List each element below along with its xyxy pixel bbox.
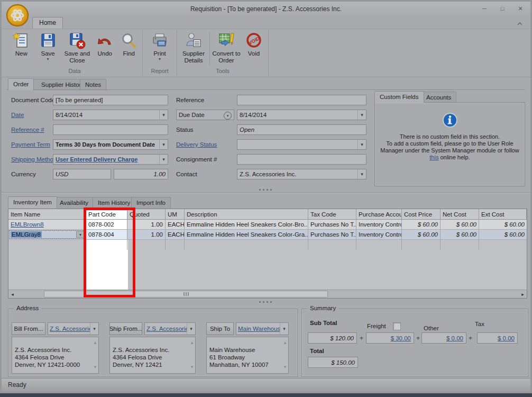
ext-cost-cell[interactable]: $ 60.00 <box>479 220 527 230</box>
other-field[interactable]: $ 0.00 <box>421 332 466 344</box>
tab-import-info[interactable]: Import Info <box>131 197 171 209</box>
payment-term-field[interactable]: Terms 30 Days from Document Date ▾ <box>53 139 168 150</box>
tab-home[interactable]: Home <box>32 17 63 29</box>
description-cell[interactable]: Emmaline Hidden Heel Sneakers Color-Gra.… <box>185 230 308 240</box>
quoted-cell[interactable]: 1.00 <box>127 230 166 240</box>
currency-code-field[interactable]: USD <box>53 169 111 179</box>
net-cost-cell[interactable]: $ 60.00 <box>441 220 479 230</box>
due-date-button[interactable]: Due Date ▾ <box>176 110 234 120</box>
tax-code-cell[interactable]: Purchases No T... <box>308 230 356 240</box>
contact-field[interactable]: Z.S. Accessories Inc. ▾ <box>237 169 366 179</box>
quoted-cell[interactable]: 1.00 <box>127 220 166 230</box>
currency-rate-field[interactable]: 1.00 <box>114 169 168 179</box>
scrollbar-thumb[interactable] <box>44 291 328 297</box>
column-header-purchase-account[interactable]: Purchase Account <box>356 209 402 220</box>
chevron-down-icon[interactable]: ▾ <box>187 323 195 335</box>
reference-field[interactable] <box>237 95 366 105</box>
freight-checkbox[interactable] <box>393 322 401 330</box>
item-name-editor[interactable]: EMLGray8 ▾ <box>9 230 86 239</box>
tab-item-history[interactable]: Item History <box>93 197 135 209</box>
chevron-down-icon[interactable]: ▾ <box>357 169 366 179</box>
circled-chevron-down-icon[interactable]: ▾ <box>224 112 232 120</box>
tab-order[interactable]: Order <box>8 78 34 90</box>
minimize-button[interactable]: ─ <box>480 4 489 13</box>
due-date-field[interactable]: 8/14/2014 ▾ <box>237 110 366 120</box>
column-header-um[interactable]: UM <box>166 209 185 220</box>
supplier-details-button[interactable]: Supplier Details <box>178 30 209 67</box>
tax-code-cell[interactable]: Purchases No T... <box>308 220 356 230</box>
save-button[interactable]: Save ▾ <box>34 30 61 67</box>
undo-button[interactable]: Undo <box>93 30 117 67</box>
tax-field[interactable]: $ 0.00 <box>477 332 518 344</box>
ship-from-button[interactable]: Ship From... <box>109 322 142 335</box>
tab-custom-fields[interactable]: Custom Fields <box>374 91 424 103</box>
column-header-item-name[interactable]: Item Name <box>8 209 86 220</box>
column-header-part-code[interactable]: Part Code <box>86 209 127 220</box>
save-and-close-button[interactable]: Save and Close <box>61 30 93 67</box>
convert-to-order-button[interactable]: Convert to Order <box>210 30 242 67</box>
item-name-cell-editing[interactable]: EMLGray8 ▾ <box>8 230 86 240</box>
ship-from-address[interactable]: Z.S. Accessories Inc. 4364 Felosa Drive … <box>109 337 196 374</box>
chevron-down-icon[interactable]: ▾ <box>357 110 366 120</box>
description-cell[interactable]: Emmaline Hidden Heel Sneakers Color-Bro.… <box>185 220 308 230</box>
column-header-tax-code[interactable]: Tax Code <box>308 209 356 220</box>
reference-number-label[interactable]: Reference # <box>11 127 44 133</box>
part-code-cell[interactable]: 0878-004 <box>86 230 127 240</box>
payment-term-label[interactable]: Payment Term <box>11 141 50 148</box>
find-button[interactable]: Find <box>116 30 141 67</box>
print-button[interactable]: Print ▾ <box>146 30 173 67</box>
scroll-up-icon[interactable]: ▲ <box>190 339 194 347</box>
item-name-cell[interactable]: EMLBrown8 <box>8 220 86 230</box>
column-header-description[interactable]: Description <box>185 209 308 220</box>
purchase-account-cell[interactable]: Inventory Contro <box>356 220 402 230</box>
scroll-right-icon[interactable]: ▸ <box>519 290 527 298</box>
reference-number-field[interactable] <box>53 124 168 135</box>
scrollbar-track[interactable] <box>16 290 519 298</box>
scroll-down-icon[interactable]: ▼ <box>190 364 194 371</box>
chevron-down-icon[interactable]: ▾ <box>280 323 288 335</box>
column-header-ext-cost[interactable]: Ext Cost <box>479 209 527 220</box>
table-row[interactable]: EMLBrown8 0878-002 1.00 EACH Emmaline Hi… <box>8 220 527 230</box>
maximize-button[interactable]: □ <box>498 4 507 13</box>
chevron-down-icon[interactable]: ▾ <box>76 231 85 238</box>
chevron-down-icon[interactable]: ▾ <box>159 110 168 120</box>
tab-inventory-item[interactable]: Inventory Item <box>8 196 57 208</box>
scroll-up-icon[interactable]: ▲ <box>93 339 97 347</box>
horizontal-scrollbar[interactable]: ◂ ▸ <box>8 290 527 298</box>
void-button[interactable]: VOID Void <box>242 30 265 67</box>
tab-accounts[interactable]: Accounts <box>421 92 456 103</box>
app-logo-icon[interactable] <box>5 3 30 28</box>
help-link[interactable]: this <box>429 154 438 160</box>
um-cell[interactable]: EACH <box>166 230 185 240</box>
column-header-net-cost[interactable]: Net Cost <box>441 209 479 220</box>
shipping-method-field[interactable]: User Entered Delivery Charge ▾ <box>53 154 168 165</box>
net-cost-cell[interactable]: $ 60.00 <box>441 230 479 240</box>
ship-to-address[interactable]: Main Warehouse 61 Broadway Manhattan, NY… <box>206 337 289 374</box>
date-field[interactable]: 8/14/2014 ▾ <box>53 110 168 120</box>
scroll-up-icon[interactable]: ▲ <box>283 339 287 347</box>
chevron-down-icon[interactable]: ▾ <box>159 140 168 149</box>
table-row-selected[interactable]: EMLGray8 ▾ 0878-004 1.00 EACH Emmaline H… <box>8 230 527 240</box>
delivery-status-label[interactable]: Delivery Status <box>176 141 217 148</box>
chevron-down-icon[interactable]: ▾ <box>159 155 168 164</box>
ship-to-combo[interactable]: Main Warehouse ▾ <box>236 322 289 335</box>
part-code-cell[interactable]: 0878-002 <box>86 220 127 230</box>
collapse-ribbon-icon[interactable] <box>517 19 524 24</box>
column-header-quoted[interactable]: Quoted <box>127 209 166 220</box>
tab-notes[interactable]: Notes <box>80 79 106 91</box>
scroll-left-icon[interactable]: ◂ <box>8 290 16 298</box>
ship-from-combo[interactable]: Z.S. Accessories I ▾ <box>144 322 196 335</box>
splitter-handle[interactable] <box>259 301 272 303</box>
column-header-cost-price[interactable]: Cost Price <box>402 209 441 220</box>
ext-cost-cell[interactable]: $ 60.00 <box>479 230 527 240</box>
document-code-field[interactable]: [To be generated] <box>53 95 168 105</box>
scroll-down-icon[interactable]: ▼ <box>283 364 287 371</box>
um-cell[interactable]: EACH <box>166 220 185 230</box>
chevron-down-icon[interactable]: ▾ <box>90 323 98 335</box>
scroll-down-icon[interactable]: ▼ <box>93 364 97 371</box>
delivery-status-field[interactable]: ▾ <box>237 139 366 150</box>
date-label[interactable]: Date <box>11 112 24 118</box>
bill-from-address[interactable]: Z.S. Accessories Inc. 4364 Felosa Drive … <box>12 337 99 374</box>
close-button[interactable]: ✕ <box>516 4 525 13</box>
bill-from-button[interactable]: Bill From... <box>12 322 45 335</box>
